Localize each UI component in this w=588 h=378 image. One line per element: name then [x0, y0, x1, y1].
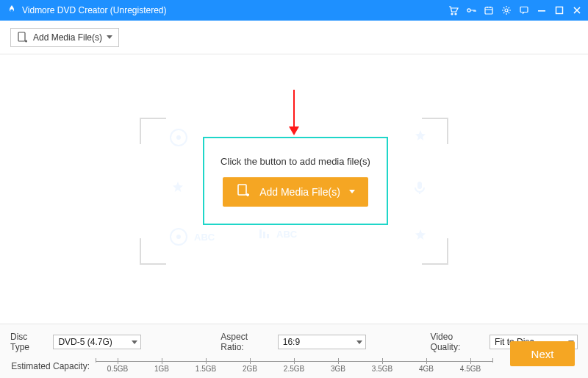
ruler-tick [382, 358, 383, 364]
cart-icon[interactable] [448, 5, 459, 15]
ruler-tick [162, 358, 162, 364]
add-file-icon [236, 183, 251, 200]
svg-rect-9 [18, 32, 25, 41]
toolbar: Add Media File(s) [0, 21, 588, 54]
chevron-down-icon [107, 35, 112, 39]
ruler-tick [294, 358, 295, 364]
ruler-tick [338, 358, 339, 364]
chevron-down-icon [356, 340, 362, 344]
annotation-arrow [290, 90, 298, 135]
add-media-callout: Click the button to add media file(s) Ad… [203, 137, 388, 225]
ruler-tick [426, 358, 427, 364]
ruler-tick-label: 0.5GB [107, 365, 128, 373]
aspect-ratio-value: 16:9 [283, 337, 300, 347]
settings-icon[interactable] [501, 5, 512, 15]
video-quality-label: Video Quality: [431, 332, 485, 352]
feedback-icon[interactable] [519, 5, 529, 15]
aspect-ratio-label: Aspect Ratio: [220, 332, 273, 352]
corner-decoration [422, 238, 448, 265]
chevron-down-icon [132, 340, 137, 344]
add-media-hint: Click the button to add media file(s) [220, 156, 370, 167]
key-icon[interactable] [466, 5, 476, 15]
capacity-label: Estimated Capacity: [10, 361, 90, 371]
titlebar: Vidmore DVD Creator (Unregistered) [0, 0, 588, 21]
svg-point-1 [451, 13, 453, 15]
ruler-tick-label: 4.5GB [460, 365, 481, 373]
app-title: Vidmore DVD Creator (Unregistered) [22, 5, 167, 15]
footer-options: Disc Type DVD-5 (4.7G) Aspect Ratio: 16:… [10, 332, 578, 352]
disc-type-label: Disc Type [10, 332, 49, 352]
chevron-down-icon [349, 190, 355, 193]
add-media-button[interactable]: Add Media File(s) [10, 28, 119, 47]
ruler-tick-label: 1.5GB [196, 365, 216, 373]
svg-point-3 [467, 9, 470, 12]
svg-point-2 [455, 13, 456, 15]
ruler-tick-label: 3GB [331, 365, 345, 373]
titlebar-actions [448, 5, 582, 15]
corner-decoration [140, 238, 166, 265]
next-button-label: Next [531, 348, 554, 360]
capacity-ruler: 0.5GB1GB1.5GB2GB2.5GB3GB3.5GB4GB4.5GB [96, 358, 492, 374]
footer: Disc Type DVD-5 (4.7G) Aspect Ratio: 16:… [0, 324, 588, 378]
close-icon[interactable] [572, 5, 582, 15]
svg-point-5 [505, 9, 508, 12]
minimize-icon[interactable] [537, 5, 547, 15]
maximize-icon[interactable] [554, 5, 564, 15]
app-logo-icon [6, 4, 18, 16]
add-media-big-button[interactable]: Add Media File(s) [223, 177, 368, 207]
aspect-ratio-select[interactable]: 16:9 [278, 335, 366, 349]
ruler-tick [206, 358, 207, 364]
ruler-tick [470, 358, 471, 364]
add-media-button-label: Add Media File(s) [33, 32, 102, 43]
ruler-tick-label: 3.5GB [372, 365, 392, 373]
svg-rect-6 [520, 7, 528, 13]
ruler-tick [492, 358, 493, 363]
add-media-big-button-label: Add Media File(s) [259, 186, 340, 198]
corner-decoration [140, 118, 166, 144]
svg-rect-4 [485, 7, 492, 14]
ruler-tick [118, 358, 118, 364]
disc-type-select[interactable]: DVD-5 (4.7G) [53, 335, 141, 349]
ruler-tick [96, 358, 96, 363]
add-file-icon [17, 32, 29, 43]
ruler-tick [250, 358, 251, 364]
capacity-row: Estimated Capacity: 0.5GB1GB1.5GB2GB2.5G… [10, 358, 578, 374]
ruler-tick-label: 2.5GB [284, 365, 304, 373]
svg-rect-8 [556, 7, 563, 14]
svg-point-0 [10, 10, 13, 13]
history-icon[interactable] [484, 5, 494, 15]
next-button[interactable]: Next [510, 341, 575, 366]
ruler-tick-label: 2GB [243, 365, 257, 373]
svg-rect-7 [538, 10, 545, 12]
corner-decoration [422, 118, 448, 144]
main-canvas: ABC ABC Click the button to add media fi… [0, 54, 588, 324]
disc-type-value: DVD-5 (4.7G) [58, 337, 112, 347]
ruler-tick-label: 1GB [154, 365, 169, 373]
svg-rect-15 [238, 185, 246, 195]
ruler-tick-label: 4GB [419, 365, 434, 373]
